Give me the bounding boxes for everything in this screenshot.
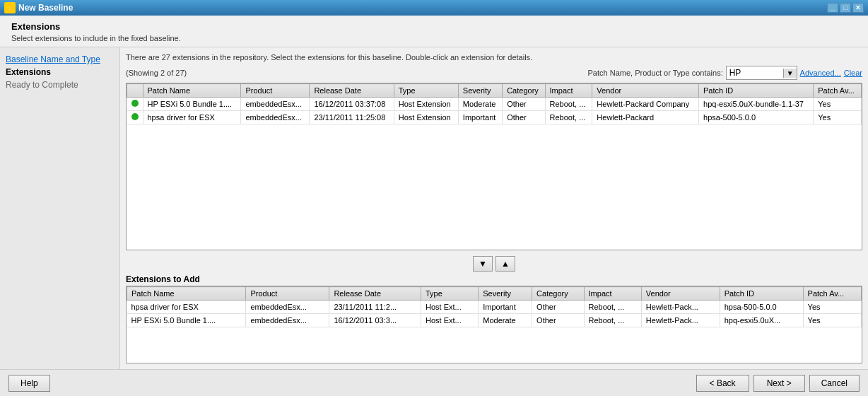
- close-button[interactable]: ✕: [852, 3, 864, 13]
- bt-row-type: Host Ext...: [421, 314, 479, 327]
- sidebar: Baseline Name and Type Extensions Ready …: [0, 47, 120, 369]
- btcol-type[interactable]: Type: [421, 287, 479, 301]
- row-patch-name: HP ESXi 5.0 Bundle 1....: [143, 98, 241, 111]
- btcol-patch-name[interactable]: Patch Name: [127, 287, 246, 301]
- filter-input[interactable]: [727, 66, 783, 79]
- row-release-date: 16/12/2011 03:37:08: [310, 98, 394, 111]
- bt-row-patch-id: hpq-esxi5.0uX...: [720, 314, 803, 327]
- filter-controls: Patch Name, Product or Type contains: ▼ …: [588, 66, 862, 80]
- window-controls[interactable]: _ □ ✕: [827, 3, 864, 13]
- col-type[interactable]: Type: [394, 84, 458, 98]
- btcol-release-date[interactable]: Release Date: [329, 287, 421, 301]
- col-patch-av[interactable]: Patch Av...: [814, 84, 862, 98]
- help-button[interactable]: Help: [8, 375, 50, 392]
- row-severity: Moderate: [458, 98, 502, 111]
- row-severity: Important: [458, 111, 502, 124]
- page-subtitle: Select extensions to include in the fixe…: [11, 34, 857, 42]
- row-patch-av: Yes: [814, 111, 862, 124]
- row-vendor: Hewlett-Packard Company: [592, 98, 699, 111]
- bt-row-vendor: Hewlett-Pack...: [641, 301, 720, 314]
- move-buttons: ▼ ▲: [126, 256, 862, 272]
- filter-input-wrapper: ▼: [726, 66, 797, 80]
- maximize-button[interactable]: □: [840, 3, 851, 13]
- row-dot: [127, 111, 143, 124]
- btcol-category[interactable]: Category: [532, 287, 584, 301]
- filter-row: (Showing 2 of 27) Patch Name, Product or…: [126, 66, 862, 80]
- row-patch-name: hpsa driver for ESX: [143, 111, 241, 124]
- col-dot: [127, 84, 143, 98]
- page-title: Extensions: [11, 21, 857, 32]
- bt-row-patch-av: Yes: [803, 314, 861, 327]
- footer-right: < Back Next > Cancel: [696, 375, 860, 392]
- row-impact: Reboot, ...: [545, 98, 592, 111]
- btcol-impact[interactable]: Impact: [584, 287, 641, 301]
- move-up-button[interactable]: ▲: [495, 256, 515, 272]
- row-patch-id: hpsa-500-5.0.0: [699, 111, 814, 124]
- bt-row-product: embeddedEsx...: [246, 314, 329, 327]
- main-content: Extensions Select extensions to include …: [0, 16, 868, 396]
- btcol-product[interactable]: Product: [246, 287, 329, 301]
- header-section: Extensions Select extensions to include …: [0, 16, 868, 47]
- col-patch-id[interactable]: Patch ID: [699, 84, 814, 98]
- extensions-to-add-label: Extensions to Add: [126, 274, 862, 284]
- app-icon: ⚡: [4, 2, 16, 13]
- table-row[interactable]: HP ESXi 5.0 Bundle 1.... embeddedEsx... …: [127, 98, 862, 111]
- content-area: There are 27 extensions in the repositor…: [120, 47, 868, 369]
- row-vendor: Hewlett-Packard: [592, 111, 699, 124]
- row-release-date: 23/11/2011 11:25:08: [310, 111, 394, 124]
- bottom-table: Patch Name Product Release Date Type Sev…: [127, 286, 862, 327]
- sidebar-item-ready: Ready to Complete: [6, 80, 114, 90]
- col-severity[interactable]: Severity: [458, 84, 502, 98]
- next-button[interactable]: Next >: [753, 375, 805, 392]
- sidebar-item-baseline-name[interactable]: Baseline Name and Type: [6, 54, 114, 64]
- bt-row-type: Host Ext...: [421, 301, 479, 314]
- list-item[interactable]: hpsa driver for ESX embeddedEsx... 23/11…: [127, 301, 862, 314]
- back-button[interactable]: < Back: [696, 375, 749, 392]
- list-item[interactable]: HP ESXi 5.0 Bundle 1.... embeddedEsx... …: [127, 314, 862, 327]
- btcol-patch-av[interactable]: Patch Av...: [803, 287, 861, 301]
- col-impact[interactable]: Impact: [545, 84, 592, 98]
- col-product[interactable]: Product: [241, 84, 310, 98]
- col-vendor[interactable]: Vendor: [592, 84, 699, 98]
- cancel-button[interactable]: Cancel: [809, 375, 860, 392]
- col-patch-name[interactable]: Patch Name: [143, 84, 241, 98]
- bt-row-vendor: Hewlett-Pack...: [641, 314, 720, 327]
- row-category: Other: [503, 111, 545, 124]
- bt-row-category: Other: [532, 314, 584, 327]
- bt-row-patch-name: hpsa driver for ESX: [127, 301, 246, 314]
- row-impact: Reboot, ...: [545, 111, 592, 124]
- bt-row-category: Other: [532, 301, 584, 314]
- filter-dropdown-button[interactable]: ▼: [783, 69, 797, 78]
- body-area: Baseline Name and Type Extensions Ready …: [0, 47, 868, 369]
- advanced-button[interactable]: Advanced...: [800, 69, 841, 77]
- table-row[interactable]: hpsa driver for ESX embeddedEsx... 23/11…: [127, 111, 862, 124]
- bottom-table-container: Patch Name Product Release Date Type Sev…: [126, 286, 862, 363]
- row-patch-av: Yes: [814, 98, 862, 111]
- row-patch-id: hpq-esxi5.0uX-bundle-1.1-37: [699, 98, 814, 111]
- col-release-date[interactable]: Release Date: [310, 84, 394, 98]
- showing-count: (Showing 2 of 27): [126, 69, 187, 77]
- footer: Help < Back Next > Cancel: [0, 369, 868, 396]
- bt-row-patch-name: HP ESXi 5.0 Bundle 1....: [127, 314, 246, 327]
- btcol-severity[interactable]: Severity: [479, 287, 532, 301]
- minimize-button[interactable]: _: [827, 3, 838, 13]
- bt-row-patch-av: Yes: [803, 301, 861, 314]
- row-category: Other: [503, 98, 545, 111]
- col-category[interactable]: Category: [503, 84, 545, 98]
- move-down-button[interactable]: ▼: [473, 256, 493, 272]
- bt-row-impact: Reboot, ...: [584, 301, 641, 314]
- title-bar: ⚡ New Baseline _ □ ✕: [0, 0, 868, 16]
- bt-row-patch-id: hpsa-500-5.0.0: [720, 301, 803, 314]
- btcol-patch-id[interactable]: Patch ID: [720, 287, 803, 301]
- sidebar-item-extensions: Extensions: [6, 67, 114, 77]
- row-type: Host Extension: [394, 111, 458, 124]
- bt-row-release-date: 16/12/2011 03:3...: [329, 314, 421, 327]
- btcol-vendor[interactable]: Vendor: [641, 287, 720, 301]
- bt-row-impact: Reboot, ...: [584, 314, 641, 327]
- upper-table-container: Patch Name Product Release Date Type Sev…: [126, 83, 862, 250]
- bt-row-severity: Important: [479, 301, 532, 314]
- filter-label: Patch Name, Product or Type contains:: [588, 69, 723, 77]
- clear-button[interactable]: Clear: [844, 69, 862, 77]
- row-product: embeddedEsx...: [241, 98, 310, 111]
- window-title: New Baseline: [18, 3, 73, 13]
